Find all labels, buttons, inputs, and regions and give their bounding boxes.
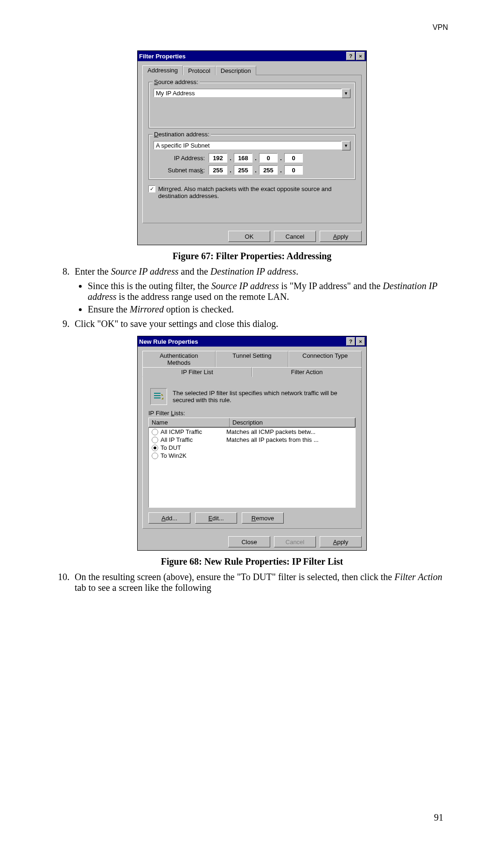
list-item[interactable]: To DUT — [149, 444, 355, 452]
cancel-button: Cancel — [274, 536, 316, 547]
source-legend: Source address: — [153, 78, 200, 85]
dialog-title: New Rule Properties — [139, 338, 198, 345]
dialog-title: Filter Properties — [139, 53, 186, 60]
radio-icon[interactable] — [152, 453, 158, 459]
checkbox-icon[interactable]: ✓ — [148, 185, 155, 192]
bullet-1: Since this is the outing filter, the Sou… — [88, 281, 448, 302]
filter-properties-dialog: Filter Properties ? × Addressing Protoco… — [137, 50, 367, 245]
mirrored-label: Mirrored. Also match packets with the ex… — [158, 185, 356, 199]
ok-button[interactable]: OK — [228, 231, 270, 242]
filter-list-icon — [150, 388, 167, 405]
mirrored-checkbox[interactable]: ✓ Mirrored. Also match packets with the … — [148, 185, 356, 199]
new-rule-properties-dialog: New Rule Properties ? × Authentication M… — [137, 336, 367, 551]
dest-address-combo[interactable]: A specific IP Subnet ▼ — [154, 141, 350, 150]
lists-label: IP Filter Lists: — [148, 410, 356, 417]
filter-list[interactable]: All ICMP TrafficMatches all ICMP packets… — [148, 427, 356, 508]
help-icon[interactable]: ? — [346, 337, 355, 346]
subnet-mask-label: Subnet mask: — [154, 167, 205, 174]
mask-octet[interactable]: 0 — [284, 165, 303, 175]
titlebar: New Rule Properties ? × — [138, 336, 366, 347]
ip-octet[interactable]: 192 — [209, 153, 227, 163]
close-icon[interactable]: × — [356, 337, 365, 346]
svg-rect-1 — [154, 395, 161, 396]
edit-button[interactable]: Edit... — [195, 512, 237, 524]
close-button[interactable]: Close — [228, 536, 270, 547]
dest-address-value: A specific IP Subnet — [154, 141, 342, 149]
help-icon[interactable]: ? — [346, 52, 355, 60]
step-9: Click "OK" to save your settings and clo… — [72, 319, 448, 329]
list-item[interactable]: All ICMP TrafficMatches all ICMP packets… — [149, 428, 355, 436]
list-header: Name Description — [148, 418, 356, 427]
ip-address-field[interactable]: 192. 168. 0. 0 — [209, 153, 303, 163]
chevron-down-icon[interactable]: ▼ — [342, 141, 350, 150]
figure68-caption: Figure 68: New Rule Properties: IP Filte… — [56, 556, 448, 567]
ip-address-label: IP Address: — [154, 155, 205, 162]
chevron-down-icon[interactable]: ▼ — [342, 89, 350, 98]
tab-ip-filter-list[interactable]: IP Filter List — [142, 367, 252, 377]
add-button[interactable]: Add... — [148, 512, 190, 524]
figure67-caption: Figure 67: Filter Properties: Addressing — [56, 251, 448, 262]
source-address-group: Source address: My IP Address ▼ — [148, 82, 356, 128]
svg-rect-2 — [154, 397, 161, 398]
info-text: The selected IP filter list specifies wh… — [173, 390, 354, 404]
remove-button[interactable]: Remove — [242, 512, 284, 524]
mask-octet[interactable]: 255 — [234, 165, 252, 175]
tab-strip: Addressing Protocol Description — [142, 65, 362, 75]
subnet-mask-field[interactable]: 255. 255. 255. 0 — [209, 165, 303, 175]
step-8: Enter the Source IP address and the Dest… — [72, 266, 448, 277]
tab-filter-action[interactable]: Filter Action — [252, 367, 362, 377]
tab-tunnel-setting[interactable]: Tunnel Setting — [216, 351, 289, 367]
mask-octet[interactable]: 255 — [209, 165, 227, 175]
col-name[interactable]: Name — [149, 418, 230, 427]
tab-protocol[interactable]: Protocol — [183, 66, 216, 75]
ip-octet[interactable]: 0 — [259, 153, 278, 163]
source-address-value: My IP Address — [154, 89, 342, 97]
page-number: 91 — [434, 812, 443, 823]
titlebar: Filter Properties ? × — [138, 51, 366, 61]
col-description[interactable]: Description — [230, 418, 355, 427]
list-item[interactable]: All IP TrafficMatches all IP packets fro… — [149, 436, 355, 444]
mask-octet[interactable]: 255 — [259, 165, 278, 175]
source-address-combo[interactable]: My IP Address ▼ — [154, 89, 350, 98]
tab-auth-methods[interactable]: Authentication Methods — [142, 351, 216, 367]
dest-address-group: Destination address: A specific IP Subne… — [148, 134, 356, 180]
ip-octet[interactable]: 0 — [284, 153, 303, 163]
list-item[interactable]: To Win2K — [149, 452, 355, 460]
cancel-button[interactable]: Cancel — [274, 231, 316, 242]
radio-icon[interactable] — [152, 445, 158, 451]
dest-legend: Destination address: — [153, 131, 211, 138]
tab-description[interactable]: Description — [216, 66, 256, 75]
close-icon[interactable]: × — [356, 52, 365, 60]
ip-octet[interactable]: 168 — [234, 153, 252, 163]
page-header: VPN — [56, 23, 448, 32]
tab-addressing[interactable]: Addressing — [142, 65, 183, 75]
svg-rect-0 — [154, 393, 161, 394]
tab-connection-type[interactable]: Connection Type — [288, 351, 362, 367]
apply-button[interactable]: Apply — [320, 231, 362, 242]
step-10: On the resulting screen (above), ensure … — [72, 572, 448, 593]
bullet-2: Ensure the Mirrored option is checked. — [88, 304, 448, 315]
radio-icon[interactable] — [152, 437, 158, 443]
radio-icon[interactable] — [152, 429, 158, 435]
apply-button[interactable]: Apply — [320, 536, 362, 547]
